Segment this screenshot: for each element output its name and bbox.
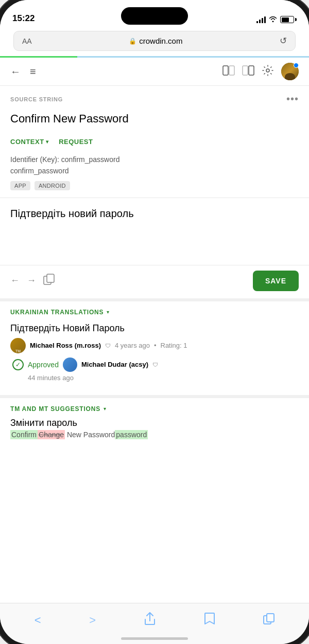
source-string-header: SOURCE STRING ••• [0,86,309,110]
wifi-icon [269,15,277,24]
browser-toolbar: ← ≡ [0,58,309,86]
settings-icon[interactable] [262,64,274,79]
user-avatar[interactable] [281,63,299,80]
toolbar-left: ← ≡ [10,66,36,78]
approved-label: Approved [28,361,59,369]
prev-string-button[interactable]: ← [10,275,20,286]
tabs-button[interactable] [263,613,274,628]
browser-forward-button[interactable]: > [89,614,96,627]
progress-blue [77,56,309,58]
url-bar[interactable]: AA 🔒 crowdin.com ↺ [13,31,296,51]
context-info: Identifier (Key): confirm_password confi… [0,151,309,198]
translation-toolbar: ← → SAVE [0,265,309,298]
split-right-icon[interactable] [242,65,254,78]
browser-back-button[interactable]: < [35,614,41,627]
translation-rating: Rating: 1 [161,342,187,349]
tm-section: TM AND MT SUGGESTIONS ▾ Змінити пароль C… [0,395,309,446]
translation-area[interactable]: Підтвердіть новий пароль [0,198,309,265]
approved-row: ✓ Approved Michael Dudar (acsy) 🛡 [10,357,299,372]
translator-avatar [10,338,26,353]
translation-meta: Michael Ross (m.ross) 🛡 4 years ago • Ra… [10,338,299,353]
svg-rect-1 [229,66,234,75]
url-center: 🔒 crowdin.com [129,37,182,45]
dynamic-island [121,7,188,25]
svg-rect-3 [249,66,254,75]
context-tabs: CONTEXT ▾ REQUEST [0,133,309,151]
tm-highlight-change: Change [38,430,65,439]
signal-icon [256,16,266,23]
source-string-label: SOURCE STRING [10,96,63,102]
tag-app: APP [10,181,30,190]
tm-highlight-confirm: Confirm [10,430,38,439]
tab-context[interactable]: CONTEXT ▾ [10,138,48,147]
scroll-content: SOURCE STRING ••• Confirm New Password C… [0,86,309,604]
tm-highlight-password: password [115,430,148,439]
save-button[interactable]: SAVE [253,271,299,291]
tm-label: TM AND MT SUGGESTIONS [10,405,100,413]
checkmark-icon: ✓ [15,361,21,368]
home-indicator [121,637,188,640]
translation-tools: ← → [10,274,55,288]
tm-source-text: ConfirmChange New Passwordpassword [10,431,299,439]
lock-icon: 🔒 [129,38,136,45]
page-progress [0,56,309,58]
svg-rect-0 [223,66,228,75]
share-button[interactable] [144,612,156,629]
translations-section: UKRAINIAN TRANSLATIONS ▾ Підтвердіть Нов… [0,298,309,395]
meta-separator: • [154,342,157,349]
tm-item-text: Змінити пароль [10,418,299,428]
translation-item: Підтвердіть Новий Пароль Michael Ross (m… [10,323,299,382]
avatar-notification-dot [294,63,299,68]
translations-chevron[interactable]: ▾ [107,309,109,315]
tm-section-header: TM AND MT SUGGESTIONS ▾ [10,405,299,413]
svg-rect-6 [47,274,54,282]
tag-android: ANDROID [35,181,70,190]
svg-point-4 [266,69,269,72]
approver-shield: 🛡 [152,362,158,368]
split-left-icon[interactable] [222,65,235,78]
status-time: 15:22 [12,13,35,24]
approved-check-icon: ✓ [12,359,24,370]
svg-rect-8 [267,614,274,622]
bookmarks-button[interactable] [204,613,215,628]
toolbar-right [222,63,299,80]
approved-time: 44 minutes ago [10,374,299,382]
status-icons [256,15,297,24]
identifier-text: Identifier (Key): confirm_password confi… [10,154,299,177]
approver-name: Michael Dudar (acsy) [81,361,148,368]
translation-item-text: Підтвердіть Новий Пароль [10,323,299,334]
progress-green [0,56,77,58]
context-tags: APP ANDROID [10,181,299,190]
back-button[interactable]: ← [10,66,21,78]
tm-chevron[interactable]: ▾ [104,406,106,412]
url-domain: crowdin.com [139,37,182,45]
translation-time: 4 years ago [115,342,150,349]
source-string-text: Confirm New Password [0,110,309,133]
translator-name: Michael Ross (m.ross) [30,342,101,349]
battery-icon [280,16,297,23]
translation-input-text: Підтвердіть новий пароль [10,206,299,221]
tab-request[interactable]: REQUEST [59,138,93,147]
translations-section-header: UKRAINIAN TRANSLATIONS ▾ [10,309,299,316]
verified-shield: 🛡 [105,343,111,349]
approver-avatar [63,357,77,372]
reload-icon[interactable]: ↺ [280,35,287,46]
menu-button[interactable]: ≡ [30,66,36,78]
copy-source-button[interactable] [43,274,55,288]
next-string-button[interactable]: → [27,275,36,286]
url-aa-label[interactable]: AA [22,37,32,45]
svg-rect-2 [243,66,248,75]
translations-label: UKRAINIAN TRANSLATIONS [10,309,104,316]
more-menu-icon[interactable]: ••• [286,93,299,105]
context-chevron: ▾ [46,139,49,145]
